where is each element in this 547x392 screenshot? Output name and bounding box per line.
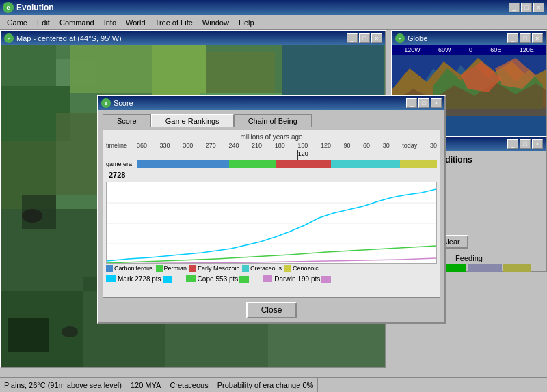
era-cretaceous xyxy=(331,160,400,168)
tab-game-rankings[interactable]: Game Rankings xyxy=(151,114,234,127)
game-score-value: 2728 xyxy=(106,171,437,179)
era-early-meso xyxy=(276,160,331,168)
legend-dot-permian xyxy=(156,265,163,272)
status-bar: Plains, 26°C (91m above sea level) 120 M… xyxy=(0,377,547,392)
command-close[interactable]: × xyxy=(532,139,543,149)
darwin-name: Darwin xyxy=(274,275,295,283)
map-title: Map - centered at (44°S, 95°W) xyxy=(16,34,122,42)
cope-name: Cope xyxy=(198,275,214,283)
legend-cretaceous: Cretaceous xyxy=(242,265,282,272)
svg-point-26 xyxy=(22,209,42,223)
era-legend: Carboniferous Permian Early Mesozoic Cre… xyxy=(106,265,437,272)
command-maximize[interactable]: □ xyxy=(520,139,531,149)
globe-icon: e xyxy=(395,33,405,43)
menu-world[interactable]: World xyxy=(122,17,150,28)
maximize-button[interactable]: □ xyxy=(521,3,532,12)
mark-swatch xyxy=(163,276,172,283)
score-maximize[interactable]: □ xyxy=(418,98,429,108)
era-cenozoic xyxy=(400,160,437,168)
globe-title: Globe xyxy=(408,34,427,42)
legend-label-permian: Permian xyxy=(164,265,187,272)
tl-270: 270 xyxy=(206,142,216,149)
marker-area: -120 xyxy=(137,150,437,160)
close-button[interactable]: × xyxy=(533,3,544,12)
chart-title: millions of years ago xyxy=(106,133,437,141)
close-btn-row: Close xyxy=(103,302,440,318)
mark-color xyxy=(106,275,116,282)
legend-dot-cenozoic xyxy=(284,265,291,272)
era-label: game era xyxy=(106,160,137,167)
legend-carboniferous: Carboniferous xyxy=(106,265,153,272)
minimize-button[interactable]: _ xyxy=(509,3,520,12)
globe-title-bar: e Globe _ □ × xyxy=(392,31,546,45)
score-title-bar: e Score _ □ × xyxy=(98,96,444,110)
map-close[interactable]: × xyxy=(371,33,382,43)
menu-tree-of-life[interactable]: Tree of Life xyxy=(151,17,197,28)
tab-chain-of-being[interactable]: Chain of Being xyxy=(234,114,312,127)
legend-label-cretaceous: Cretaceous xyxy=(250,265,282,272)
menu-command[interactable]: Command xyxy=(55,17,98,28)
title-bar: e Evolution _ □ × xyxy=(0,0,547,15)
tl-30: 30 xyxy=(383,142,390,149)
player-mark: Mark 2728 pts xyxy=(106,275,172,283)
tl-120: 120 xyxy=(321,142,331,149)
score-close[interactable]: × xyxy=(431,98,442,108)
mark-pts: 2728 pts xyxy=(135,275,161,283)
globe-maximize[interactable]: □ xyxy=(520,33,531,43)
tl-210: 210 xyxy=(252,142,262,149)
status-mya: 120 MYA xyxy=(126,378,165,392)
globe-label-120w: 120W xyxy=(404,46,421,53)
tl-150: 150 xyxy=(297,142,308,149)
tab-score[interactable]: Score xyxy=(103,114,151,127)
map-minimize[interactable]: _ xyxy=(347,33,358,43)
tl-90: 90 xyxy=(343,142,350,149)
tl-240: 240 xyxy=(228,142,239,149)
close-button[interactable]: Close xyxy=(246,302,297,318)
tl-300: 300 xyxy=(183,142,193,149)
mark-name: Mark xyxy=(118,275,133,283)
feeding-bar-blue xyxy=(468,264,502,272)
globe-close[interactable]: × xyxy=(532,33,543,43)
cope-swatch xyxy=(239,276,249,283)
legend-label-early-meso: Early Mesozoic xyxy=(198,265,239,272)
command-minimize[interactable]: _ xyxy=(507,139,518,149)
menu-help[interactable]: Help xyxy=(235,17,258,28)
title-buttons: _ □ × xyxy=(509,3,544,12)
darwin-color xyxy=(263,275,272,282)
globe-label-120e: 120E xyxy=(520,46,534,53)
chart-svg xyxy=(107,182,436,264)
menu-game[interactable]: Game xyxy=(3,17,31,28)
map-maximize[interactable]: □ xyxy=(359,33,370,43)
globe-minimize[interactable]: _ xyxy=(507,33,518,43)
score-minimize[interactable]: _ xyxy=(406,98,417,108)
darwin-swatch xyxy=(321,276,331,283)
svg-rect-24 xyxy=(8,318,49,352)
legend-dot-cretaceous xyxy=(242,265,249,272)
score-tabs: Score Game Rankings Chain of Being xyxy=(103,114,440,127)
svg-rect-39 xyxy=(107,182,436,264)
legend-dot-early-meso xyxy=(189,265,196,272)
legend-cenozoic: Cenozoic xyxy=(284,265,319,272)
globe-label-0: 0 xyxy=(469,46,472,53)
menu-edit[interactable]: Edit xyxy=(33,17,54,28)
legend-label-carboniferous: Carboniferous xyxy=(114,265,153,272)
map-title-bar: e Map - centered at (44°S, 95°W) _ □ × xyxy=(1,31,385,45)
tl-330: 330 xyxy=(160,142,170,149)
score-dialog: e Score _ □ × Score Game Rankings Chain … xyxy=(97,95,446,324)
status-era: Cretaceous xyxy=(165,378,213,392)
timeline-numbers: 360 330 300 270 240 210 180 150 120 90 6… xyxy=(137,142,437,149)
map-icon: e xyxy=(4,33,14,43)
svg-rect-1 xyxy=(1,45,56,86)
timeline-row: timeline 360 330 300 270 240 210 180 150… xyxy=(106,142,437,149)
chart-svg-area xyxy=(106,182,437,264)
legend-dot-carboniferous xyxy=(106,265,113,272)
svg-point-27 xyxy=(62,326,78,337)
globe-label-60e: 60E xyxy=(490,46,501,53)
legend-permian: Permian xyxy=(156,265,187,272)
cope-color xyxy=(186,275,196,282)
status-probability: Probability of era change 0% xyxy=(213,378,319,392)
darwin-pts: 199 pts xyxy=(297,275,320,283)
menu-window[interactable]: Window xyxy=(198,17,233,28)
menu-info[interactable]: Info xyxy=(100,17,120,28)
score-icon: e xyxy=(101,98,111,108)
